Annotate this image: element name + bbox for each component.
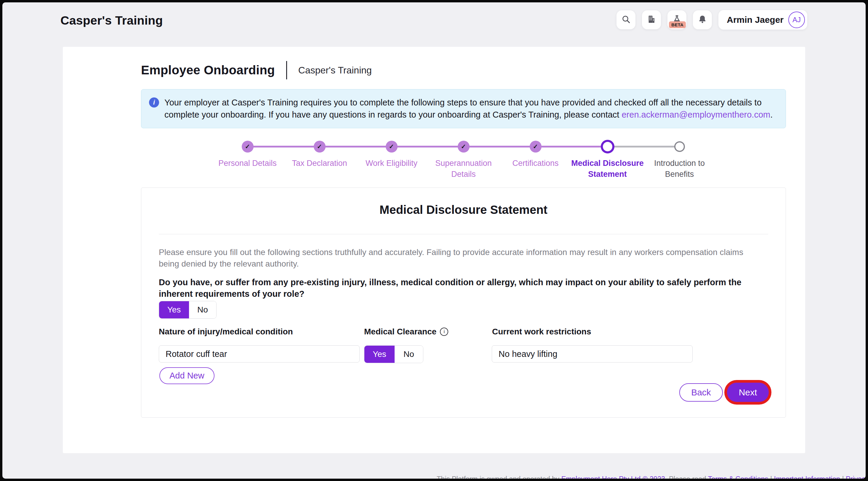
injury-field-label: Nature of injury/medical condition	[159, 327, 293, 336]
footer-text: This Platform is owned and operated by	[437, 475, 561, 479]
medical-clearance-toggle: Yes No	[364, 345, 423, 363]
step-circle-completed: ✓	[386, 141, 398, 153]
step-circle-completed: ✓	[314, 141, 326, 153]
step-circle-active	[601, 140, 614, 153]
page-title: Employee Onboarding	[141, 63, 275, 77]
medical-disclosure-card: Medical Disclosure Statement Please ensu…	[141, 188, 786, 418]
toggle-yes-option[interactable]: Yes	[159, 301, 189, 318]
step-label: Medical Disclosure Statement	[570, 158, 645, 180]
step-introduction-benefits[interactable]: Introduction to Benefits	[644, 140, 715, 180]
step-label: Work Eligibility	[354, 158, 429, 169]
step-label: Introduction to Benefits	[642, 158, 717, 180]
search-icon	[621, 14, 631, 25]
clearance-field-label: Medical Clearance i	[364, 327, 448, 336]
step-circle-completed: ✓	[242, 141, 254, 153]
next-button[interactable]: Next	[727, 383, 769, 402]
info-icon: i	[149, 97, 159, 107]
back-button[interactable]: Back	[679, 383, 723, 402]
organisation-button[interactable]	[642, 10, 661, 29]
contact-email-link[interactable]: eren.ackerman@employmenthero.com	[622, 110, 770, 119]
page-header: Employee Onboarding Casper's Training	[141, 61, 372, 79]
step-circle-completed: ✓	[458, 141, 470, 153]
clearance-no-option[interactable]: No	[395, 346, 423, 363]
main-panel: Employee Onboarding Casper's Training i …	[63, 47, 805, 453]
window-frame: Casper's Training BETA Armin Jaeger AJ	[0, 0, 868, 481]
building-icon	[647, 14, 656, 25]
search-button[interactable]	[617, 10, 636, 29]
footer: This Platform is owned and operated by E…	[437, 475, 866, 479]
user-name: Armin Jaeger	[727, 15, 783, 25]
card-title: Medical Disclosure Statement	[141, 203, 786, 217]
topbar-actions: BETA Armin Jaeger AJ	[617, 10, 807, 30]
clearance-yes-option[interactable]: Yes	[364, 346, 395, 363]
banner-text-suffix: .	[770, 110, 773, 119]
step-connector	[608, 146, 680, 148]
step-connector	[464, 146, 536, 148]
step-label: Personal Details	[210, 158, 285, 169]
notifications-button[interactable]	[693, 10, 712, 29]
user-menu[interactable]: Armin Jaeger AJ	[718, 10, 807, 30]
footer-important-info-link[interactable]: Important Information	[774, 475, 840, 479]
clearance-info-icon[interactable]: i	[440, 328, 448, 336]
bell-icon	[698, 14, 707, 25]
clearance-label-text: Medical Clearance	[364, 327, 436, 336]
preexisting-condition-toggle: Yes No	[159, 301, 217, 319]
step-label: Certifications	[498, 158, 573, 169]
step-label: Superannuation Details	[426, 158, 501, 180]
preexisting-condition-question: Do you have, or suffer from any pre-exis…	[159, 277, 763, 300]
footer-text: . Please read	[665, 475, 708, 479]
footer-terms-link[interactable]: Terms & Conditions	[708, 475, 769, 479]
footer-privacy-link[interactable]: Privacy Policy	[846, 475, 866, 479]
step-label: Tax Declaration	[282, 158, 357, 169]
step-circle-completed: ✓	[530, 141, 541, 153]
step-connector	[248, 146, 320, 148]
banner-text: Your employer at Casper's Training requi…	[164, 97, 776, 121]
onboarding-info-banner: i Your employer at Casper's Training req…	[141, 89, 786, 128]
avatar: AJ	[788, 11, 805, 28]
title-divider	[286, 61, 287, 79]
onboarding-stepper: ✓ Personal Details ✓ Tax Declaration ✓ W…	[212, 140, 715, 180]
step-connector	[320, 146, 392, 148]
restrictions-input[interactable]	[492, 345, 693, 362]
injury-input[interactable]	[159, 345, 360, 362]
footer-company-link[interactable]: Employment Hero Pty Ltd © 2023	[561, 475, 665, 479]
beta-badge: BETA	[669, 21, 686, 28]
step-circle-upcoming	[674, 141, 685, 152]
page-subtitle: Casper's Training	[298, 65, 372, 76]
footer-separator: |	[842, 475, 844, 479]
card-divider	[159, 234, 768, 234]
beta-features-button[interactable]: BETA	[668, 10, 686, 29]
app-screen: Casper's Training BETA Armin Jaeger AJ	[2, 2, 866, 479]
toggle-no-option[interactable]: No	[189, 301, 216, 318]
restrictions-field-label: Current work restrictions	[492, 327, 591, 336]
step-connector	[392, 146, 464, 148]
card-description: Please ensure you fill out the following…	[159, 247, 750, 269]
add-new-button[interactable]: Add New	[159, 367, 215, 384]
brand-title: Casper's Training	[60, 13, 163, 28]
step-connector	[536, 146, 608, 148]
